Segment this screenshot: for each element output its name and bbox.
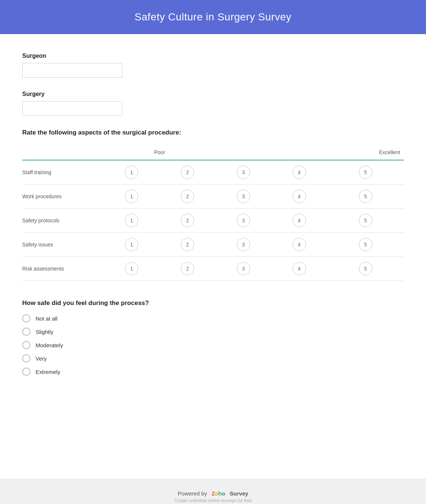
surgery-input[interactable] xyxy=(22,101,122,116)
rating-cell[interactable]: 3 xyxy=(216,257,272,281)
row-label: Safety protocols xyxy=(22,209,104,233)
rating-section-title: Rate the following aspects of the surgic… xyxy=(22,129,404,136)
rating-cell[interactable]: 3 xyxy=(216,185,272,209)
page-footer: Powered by Zoho Survey Create unlimited … xyxy=(0,479,426,504)
row-label: Staff training xyxy=(22,160,104,185)
rating-cell[interactable]: 4 xyxy=(271,257,327,281)
list-item[interactable]: Not at all xyxy=(22,314,404,322)
rating-cell[interactable]: 4 xyxy=(271,160,327,185)
rating-cell[interactable]: 2 xyxy=(160,160,216,185)
zoho-z: Z xyxy=(212,490,215,497)
surgeon-group: Surgeon xyxy=(22,53,404,78)
rating-cell[interactable]: 4 xyxy=(271,209,327,233)
safety-options: Not at allSlightlyModeratelyVeryExtremel… xyxy=(22,314,404,376)
list-item[interactable]: Extremely xyxy=(22,368,404,376)
list-item[interactable]: Moderately xyxy=(22,341,404,349)
survey-label: Survey xyxy=(230,490,248,497)
radio-option-label: Not at all xyxy=(36,315,57,322)
rating-section: Rate the following aspects of the surgic… xyxy=(22,129,404,281)
header-poor: Poor xyxy=(104,146,216,160)
radio-option-label: Slightly xyxy=(36,329,53,335)
rating-radio-5[interactable]: 5 xyxy=(359,214,372,227)
surgery-label: Surgery xyxy=(22,91,404,97)
radio-button[interactable] xyxy=(22,314,30,322)
rating-radio-3[interactable]: 3 xyxy=(237,262,250,275)
safety-question: How safe did you feel during the process… xyxy=(22,299,404,307)
header-empty-col xyxy=(22,146,104,160)
rating-cell[interactable]: 3 xyxy=(216,233,272,257)
rating-radio-4[interactable]: 4 xyxy=(293,238,306,251)
rating-cell[interactable]: 4 xyxy=(271,233,327,257)
rating-cell[interactable]: 2 xyxy=(160,257,216,281)
rating-cell[interactable]: 3 xyxy=(216,160,272,185)
rating-radio-3[interactable]: 3 xyxy=(237,214,250,227)
rating-cell[interactable]: 2 xyxy=(160,209,216,233)
rating-radio-1[interactable]: 1 xyxy=(125,238,138,251)
rating-radio-4[interactable]: 4 xyxy=(293,214,306,227)
rating-radio-4[interactable]: 4 xyxy=(293,190,306,203)
radio-button[interactable] xyxy=(22,341,30,349)
rating-radio-4[interactable]: 4 xyxy=(293,262,306,275)
rating-cell[interactable]: 3 xyxy=(216,209,272,233)
rating-radio-4[interactable]: 4 xyxy=(293,166,306,179)
surgeon-label: Surgeon xyxy=(22,53,404,59)
rating-cell[interactable]: 2 xyxy=(160,185,216,209)
rating-radio-2[interactable]: 2 xyxy=(181,238,194,251)
rating-cell[interactable]: 5 xyxy=(327,209,404,233)
table-row: Work procedures12345 xyxy=(22,185,404,209)
rating-radio-1[interactable]: 1 xyxy=(125,166,138,179)
table-row: Safety issues12345 xyxy=(22,233,404,257)
table-row: Risk assessments12345 xyxy=(22,257,404,281)
rating-radio-3[interactable]: 3 xyxy=(237,238,250,251)
safety-section: How safe did you feel during the process… xyxy=(22,299,404,376)
rating-radio-3[interactable]: 3 xyxy=(237,166,250,179)
table-row: Safety protocols12345 xyxy=(22,209,404,233)
zoho-o2: o xyxy=(222,490,225,497)
rating-cell[interactable]: 5 xyxy=(327,160,404,185)
rating-cell[interactable]: 1 xyxy=(104,160,160,185)
footer-brand: Powered by Zoho Survey xyxy=(7,490,419,497)
rating-cell[interactable]: 5 xyxy=(327,257,404,281)
radio-button[interactable] xyxy=(22,328,30,336)
rating-radio-5[interactable]: 5 xyxy=(359,262,372,275)
rating-radio-2[interactable]: 2 xyxy=(181,190,194,203)
footer-sub: Create unlimited online surveys for free xyxy=(7,498,419,503)
radio-option-label: Moderately xyxy=(36,342,63,348)
table-row: Staff training12345 xyxy=(22,160,404,185)
rating-cell[interactable]: 1 xyxy=(104,257,160,281)
rating-radio-5[interactable]: 5 xyxy=(359,166,372,179)
surgeon-input[interactable] xyxy=(22,63,122,78)
header-excellent: Excellent xyxy=(327,146,404,160)
powered-by-text: Powered by xyxy=(178,490,207,497)
rating-radio-1[interactable]: 1 xyxy=(125,214,138,227)
rating-cell[interactable]: 5 xyxy=(327,233,404,257)
rating-radio-2[interactable]: 2 xyxy=(181,166,194,179)
main-content: Surgeon Surgery Rate the following aspec… xyxy=(0,34,426,479)
rating-radio-1[interactable]: 1 xyxy=(125,262,138,275)
zoho-logo: Zoho xyxy=(212,490,225,497)
list-item[interactable]: Very xyxy=(22,354,404,362)
rating-cell[interactable]: 1 xyxy=(104,209,160,233)
zoho-h: h xyxy=(219,490,222,497)
zoho-o1: o xyxy=(215,490,218,497)
surgery-group: Surgery xyxy=(22,91,404,116)
rating-radio-2[interactable]: 2 xyxy=(181,214,194,227)
rating-radio-5[interactable]: 5 xyxy=(359,238,372,251)
rating-cell[interactable]: 2 xyxy=(160,233,216,257)
rating-cell[interactable]: 1 xyxy=(104,233,160,257)
rating-radio-5[interactable]: 5 xyxy=(359,190,372,203)
rating-radio-2[interactable]: 2 xyxy=(181,262,194,275)
rating-cell[interactable]: 5 xyxy=(327,185,404,209)
page-title: Safety Culture in Surgery Survey xyxy=(7,11,419,23)
radio-button[interactable] xyxy=(22,368,30,376)
rating-radio-3[interactable]: 3 xyxy=(237,190,250,203)
page-header: Safety Culture in Surgery Survey xyxy=(0,0,426,34)
radio-option-label: Very xyxy=(36,355,47,362)
rating-radio-1[interactable]: 1 xyxy=(125,190,138,203)
rating-cell[interactable]: 4 xyxy=(271,185,327,209)
rating-cell[interactable]: 1 xyxy=(104,185,160,209)
row-label: Risk assessments xyxy=(22,257,104,281)
rating-header-row: Poor Excellent xyxy=(22,146,404,160)
list-item[interactable]: Slightly xyxy=(22,328,404,336)
radio-button[interactable] xyxy=(22,354,30,362)
